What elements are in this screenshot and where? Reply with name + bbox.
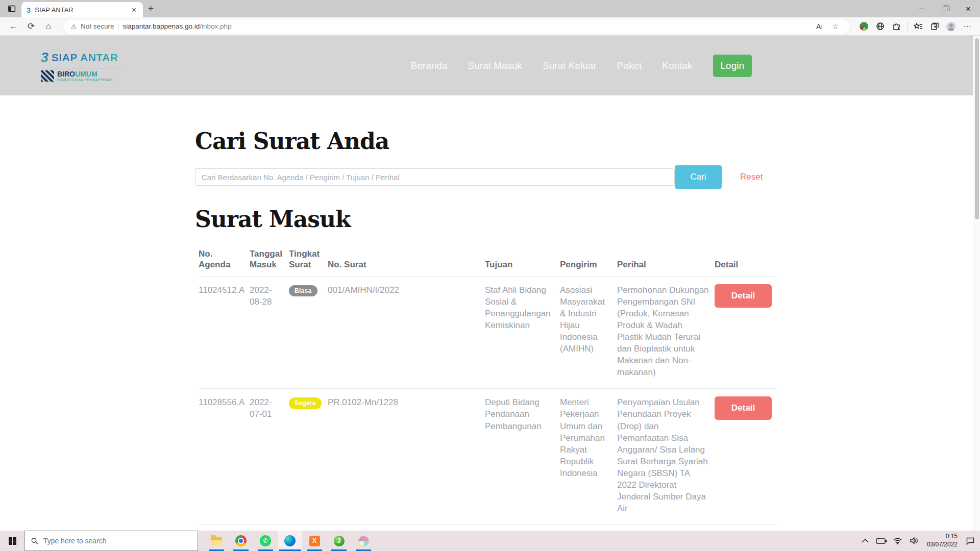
col-perihal: Perihal: [617, 245, 715, 276]
cell-tujuan: Deputi Bidang Pendanaan Pembangunan: [485, 389, 560, 525]
cell-tanggal-masuk: 2022-07-01: [250, 525, 289, 531]
nav-item-surat-keluar[interactable]: Surat Keluar: [543, 60, 597, 71]
window-controls: ✕: [910, 0, 980, 17]
back-icon[interactable]: ←: [5, 19, 22, 34]
volume-icon[interactable]: [906, 531, 922, 551]
browser-tabstrip: 3 SIAP ANTAR ✕ + ✕: [0, 0, 980, 17]
col-detail: Detail: [715, 245, 777, 276]
taskbar-clock[interactable]: 0:15 03/07/2022: [923, 533, 962, 548]
battery-icon[interactable]: [874, 531, 889, 551]
siap-antar-logo-icon: 3: [41, 50, 48, 66]
detail-button[interactable]: Detail: [715, 284, 772, 308]
not-secure-label: Not secure: [81, 22, 114, 30]
cell-pengirim: Asosiasi Masyarakat & Industri Hijau Ind…: [560, 276, 617, 389]
paint-app-icon[interactable]: [351, 531, 376, 551]
action-center-icon[interactable]: [963, 531, 978, 551]
cari-button[interactable]: Cari: [675, 165, 722, 189]
search-row: Cari Reset: [195, 165, 777, 189]
table-row: 11028556.A 2022-07-01 Segera PR.0102-Mn/…: [199, 389, 777, 525]
cell-no-agenda: 11028557.A: [199, 525, 250, 531]
status-badge: Biasa: [289, 285, 317, 296]
taskbar-search-input[interactable]: [43, 537, 191, 545]
idm-extension-icon[interactable]: [856, 19, 871, 34]
file-explorer-icon[interactable]: [204, 531, 229, 551]
clock-time: 0:15: [927, 533, 958, 541]
taskbar-search[interactable]: [24, 531, 198, 551]
not-secure-warning-icon: ⚠: [70, 22, 77, 31]
nav-item-paket[interactable]: Paket: [617, 60, 642, 71]
reset-link[interactable]: Reset: [740, 172, 763, 182]
wifi-icon[interactable]: [890, 531, 905, 551]
site-favicon: 3: [27, 6, 31, 14]
translate-globe-icon[interactable]: [872, 19, 888, 34]
refresh-icon[interactable]: ⟳: [22, 19, 40, 34]
chrome-icon[interactable]: [229, 531, 253, 551]
cell-no-surat: 001/AMIHN/I/2022: [328, 276, 485, 389]
cell-perihal: Permohonan Dukungan Pengembangan SNI (Pr…: [617, 276, 715, 389]
nav-item-kontak[interactable]: Kontak: [662, 60, 692, 71]
read-aloud-icon[interactable]: A): [812, 20, 826, 33]
browser-tab[interactable]: 3 SIAP ANTAR ✕: [21, 2, 143, 17]
page-viewport: 3 SIAP ANTAR BIROUMUM KEMENTERIAN PPN/BA…: [0, 36, 980, 531]
settings-more-icon[interactable]: ⋯: [960, 19, 975, 34]
nav-item-beranda[interactable]: Beranda: [411, 60, 448, 71]
cell-no-agenda: 11028556.A: [199, 389, 250, 525]
inbox-table: No. Agenda Tanggal Masuk Tingkat Surat N…: [199, 245, 777, 531]
col-tanggal-masuk: Tanggal Masuk: [250, 245, 289, 276]
extensions-icon[interactable]: [889, 19, 904, 34]
green-app-icon[interactable]: J: [327, 531, 351, 551]
address-divider: [118, 22, 118, 31]
page-scrollbar[interactable]: [973, 36, 980, 531]
site-logo[interactable]: 3 SIAP ANTAR BIROUMUM KEMENTERIAN PPN/BA…: [41, 50, 122, 82]
tab-actions-menu-button[interactable]: [4, 2, 19, 15]
minimize-button[interactable]: [910, 0, 933, 17]
profile-avatar-icon[interactable]: [943, 19, 959, 34]
edge-icon[interactable]: [278, 531, 302, 551]
home-icon[interactable]: ⌂: [40, 19, 57, 34]
site-logo-title: SIAP ANTAR: [52, 52, 118, 64]
logo-divider: [41, 68, 122, 68]
cell-tanggal-masuk: 2022-07-01: [250, 389, 289, 525]
scrollbar-thumb[interactable]: [975, 38, 979, 219]
favorites-bar-icon[interactable]: [911, 19, 926, 34]
close-button[interactable]: ✕: [957, 0, 980, 17]
tray-chevron-icon[interactable]: [857, 531, 873, 551]
col-no-agenda: No. Agenda: [199, 245, 250, 276]
nav-item-surat-masuk[interactable]: Surat Masuk: [468, 60, 522, 71]
tab-close-icon[interactable]: ✕: [129, 6, 139, 14]
cell-tujuan: Deputi Bidang Pendanaan Pembangunan: [485, 525, 560, 531]
detail-button[interactable]: Detail: [715, 396, 772, 420]
cell-perihal: Penyampaian Usulan Penundaan Proyek (Dro…: [617, 389, 715, 525]
main-navigation: Beranda Surat Masuk Surat Keluar Paket K…: [411, 55, 752, 77]
page-url: siapantar.bappenas.go.id/inbox.php: [122, 22, 231, 30]
tab-title: SIAP ANTAR: [35, 6, 125, 14]
taskbar-app-icons: ✆ X J: [204, 531, 376, 551]
col-pengirim: Pengirim: [560, 245, 617, 276]
screen: 3 SIAP ANTAR ✕ + ✕ ← ⟳ ⌂ ⚠ Not secure si…: [0, 0, 980, 551]
logo-sub-bold: BIRO: [57, 70, 75, 78]
address-bar[interactable]: ⚠ Not secure siapantar.bappenas.go.id/in…: [63, 19, 850, 34]
xampp-icon[interactable]: X: [302, 531, 327, 551]
toolbar-divider: [907, 22, 908, 31]
start-button[interactable]: [0, 531, 24, 551]
login-button[interactable]: Login: [713, 55, 752, 77]
add-favorite-icon[interactable]: ☆: [828, 20, 843, 33]
search-input[interactable]: [195, 168, 675, 186]
toolbar-right-icons: ⋯: [856, 19, 975, 34]
cell-pengirim: Menteri Pekerjaan Umum dan Perumahan Rak…: [560, 389, 617, 525]
col-tingkat-surat: Tingkat Surat: [289, 245, 328, 276]
inbox-heading: Surat Masuk: [195, 206, 777, 232]
system-tray: 0:15 03/07/2022: [857, 531, 980, 551]
cell-tanggal-masuk: 2022-08-28: [250, 276, 289, 389]
collections-icon[interactable]: [927, 19, 942, 34]
cell-tujuan: Staf Ahli Bidang Sosial & Penanggulangan…: [485, 276, 560, 389]
table-row: 11028557.A 2022-07-01 Biasa B/807/VI/SIP…: [199, 525, 777, 531]
cell-no-agenda: 11024512.A: [199, 276, 250, 389]
logo-sub-accent: UMUM: [75, 70, 97, 78]
whatsapp-icon[interactable]: ✆: [253, 531, 278, 551]
status-badge: Segera: [289, 397, 322, 409]
restore-button[interactable]: [933, 0, 957, 17]
new-tab-button[interactable]: +: [148, 3, 154, 14]
windows-logo-icon: [9, 537, 16, 545]
cell-perihal: 1. Amandemen/Adendum-2 tanggal 22 April …: [617, 525, 715, 531]
